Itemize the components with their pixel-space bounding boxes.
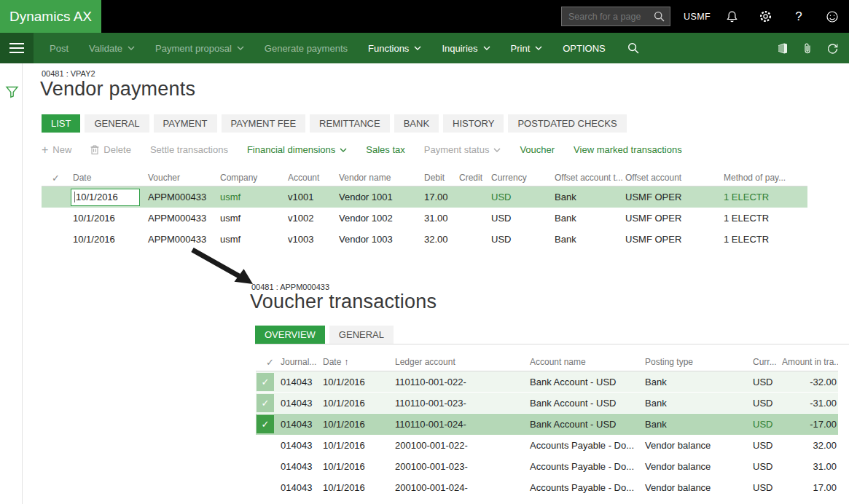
row-checkbox-unchecked[interactable] xyxy=(257,457,274,476)
help-button[interactable]: ? xyxy=(782,0,815,33)
active-edit-cell[interactable]: 10/1/2016 xyxy=(71,189,140,206)
vendor-payments-tab-list[interactable]: LIST xyxy=(42,114,80,133)
action-delete[interactable]: Delete xyxy=(90,144,131,155)
column-header-offset-account: Offset account xyxy=(622,173,721,183)
row-checkbox-checked[interactable]: ✓ xyxy=(257,415,274,433)
navbar-items: PostValidatePayment proposalGenerate pay… xyxy=(39,33,616,63)
search-icon[interactable] xyxy=(654,11,665,22)
voucher-transactions-tab-general[interactable]: GENERAL xyxy=(329,326,394,344)
hamburger-menu-button[interactable] xyxy=(0,33,34,63)
vendor-payment-row[interactable]: 10/1/2016APPM000433usmfv1003Vendor 10033… xyxy=(42,229,807,250)
row-checkbox-unchecked[interactable] xyxy=(257,436,274,454)
cell-account: v1002 xyxy=(285,213,336,224)
cell-date: 10/1/2016 xyxy=(320,482,392,493)
cell-account-name: Accounts Payable - Do... xyxy=(527,440,642,451)
cell-date: 10/1/2016 xyxy=(320,419,392,430)
cell-account-name: Bank Account - USD xyxy=(527,377,642,387)
vendor-payments-tab-general[interactable]: GENERAL xyxy=(85,114,149,133)
cell-curr: USD xyxy=(750,482,779,493)
help-icon: ? xyxy=(795,9,802,24)
cell-offset-account: USMF OPER xyxy=(622,234,721,245)
cell-date: 10/1/2016 xyxy=(320,398,392,409)
top-bar-right: USMF ? xyxy=(561,0,849,33)
cell-curr: USD xyxy=(750,398,779,409)
nav-item-label: Payment proposal xyxy=(155,43,232,54)
cell-currency: USD xyxy=(488,234,552,245)
action-new[interactable]: +New xyxy=(42,144,71,155)
bell-icon xyxy=(726,10,738,23)
voucher-transaction-row[interactable]: 01404310/1/2016200100-001-023-Accounts P… xyxy=(256,456,838,477)
select-all-icon[interactable]: ✓ xyxy=(44,173,60,184)
cell-curr: USD xyxy=(750,461,779,472)
nav-item-validate[interactable]: Validate xyxy=(79,33,145,63)
cell-amount-in-tra: 17.00 xyxy=(779,482,838,493)
vendor-payments-tab-payment-fee[interactable]: PAYMENT FEE xyxy=(222,114,306,133)
column-header-debit: Debit xyxy=(421,173,450,183)
cell-amount-in-tra: 32.00 xyxy=(779,440,838,451)
vendor-payments-tab-payment[interactable]: PAYMENT xyxy=(154,114,217,133)
chevron-down-icon xyxy=(493,148,501,152)
row-checkbox-checked[interactable]: ✓ xyxy=(257,394,274,412)
voucher-transaction-row[interactable]: ✓01404310/1/2016110110-001-023-Bank Acco… xyxy=(256,393,838,414)
cell-method-of-pay: 1 ELECTR xyxy=(721,213,807,224)
cell-company[interactable]: usmf xyxy=(217,192,285,202)
refresh-icon[interactable] xyxy=(826,42,839,55)
voucher-transaction-row[interactable]: ✓01404310/1/2016110110-001-024-Bank Acco… xyxy=(256,414,838,435)
select-all-icon[interactable]: ✓ xyxy=(259,357,274,368)
nav-item-options[interactable]: OPTIONS xyxy=(552,33,616,63)
gear-icon xyxy=(759,9,772,23)
cell-ledger-account: 110110-001-024- xyxy=(392,419,527,430)
action-view-marked-transactions[interactable]: View marked transactions xyxy=(574,144,682,155)
feedback-button[interactable] xyxy=(815,0,849,33)
nav-item-generate-payments[interactable]: Generate payments xyxy=(254,33,358,63)
voucher-transaction-row[interactable]: 01404310/1/2016200100-001-022-Accounts P… xyxy=(256,435,838,456)
vendor-payments-tab-history[interactable]: HISTORY xyxy=(443,114,504,133)
nav-item-post[interactable]: Post xyxy=(39,33,79,63)
vendor-payments-tab-bank[interactable]: BANK xyxy=(394,114,439,133)
page-search-input[interactable] xyxy=(567,11,654,23)
action-sales-tax[interactable]: Sales tax xyxy=(366,144,404,155)
vendor-payments-action-strip: +NewDeleteSettle transactionsFinancial d… xyxy=(42,144,701,155)
notifications-button[interactable] xyxy=(715,0,748,33)
nav-item-print[interactable]: Print xyxy=(501,33,553,63)
column-header-currency: Currency xyxy=(488,173,552,183)
action-settle-transactions[interactable]: Settle transactions xyxy=(150,144,228,155)
voucher-transactions-tab-overview[interactable]: OVERVIEW xyxy=(255,326,325,344)
voucher-transaction-row[interactable]: 01404310/1/2016200100-001-024-Accounts P… xyxy=(256,477,838,498)
cell-account-name: Accounts Payable - Do... xyxy=(527,482,642,493)
cell-date: 10/1/2016 xyxy=(70,189,145,206)
navbar-search-button[interactable] xyxy=(627,42,639,54)
filter-funnel-icon[interactable] xyxy=(5,85,19,98)
cell-currency: USD xyxy=(488,213,552,224)
column-header-date: Date↑ xyxy=(320,357,392,367)
action-label: New xyxy=(52,144,71,155)
nav-item-inquiries[interactable]: Inquiries xyxy=(431,33,500,63)
action-financial-dimensions[interactable]: Financial dimensions xyxy=(247,144,347,155)
vendor-payments-tab-postdated-checks[interactable]: POSTDATED CHECKS xyxy=(508,114,626,133)
action-voucher[interactable]: Voucher xyxy=(520,144,555,155)
voucher-transactions-tabs: OVERVIEWGENERAL xyxy=(255,326,849,344)
vendor-payment-row[interactable]: 10/1/2016APPM000433usmfv1001Vendor 10011… xyxy=(42,186,807,208)
cell-curr[interactable]: USD xyxy=(750,419,779,430)
voucher-transaction-row[interactable]: ✓01404310/1/2016110110-001-022-Bank Acco… xyxy=(256,371,838,393)
settings-button[interactable] xyxy=(748,0,782,33)
cell-method-of-pay[interactable]: 1 ELECTR xyxy=(721,192,807,202)
page-search-box[interactable] xyxy=(561,7,670,26)
vendor-payment-row[interactable]: 10/1/2016APPM000433usmfv1002Vendor 10023… xyxy=(42,208,807,229)
chevron-down-icon xyxy=(414,46,421,50)
action-label: Financial dimensions xyxy=(247,144,335,155)
row-checkbox-checked[interactable]: ✓ xyxy=(257,373,274,391)
cell-currency[interactable]: USD xyxy=(488,192,552,202)
nav-item-functions[interactable]: Functions xyxy=(358,33,431,63)
app-logo[interactable]: Dynamics AX xyxy=(0,0,101,33)
column-header-method-of-pay: Method of pay... xyxy=(721,173,807,183)
office-icon[interactable] xyxy=(777,42,789,55)
row-checkbox-unchecked[interactable] xyxy=(257,479,274,497)
vendor-payments-tab-remittance[interactable]: REMITTANCE xyxy=(310,114,390,133)
attachments-icon[interactable] xyxy=(803,42,812,55)
nav-item-payment-proposal[interactable]: Payment proposal xyxy=(145,33,254,63)
cell-voucher: APPM000433 xyxy=(145,213,217,224)
company-selector[interactable]: USMF xyxy=(684,12,711,22)
action-payment-status[interactable]: Payment status xyxy=(424,144,501,155)
cell-vendor-name: Vendor 1003 xyxy=(336,234,421,245)
